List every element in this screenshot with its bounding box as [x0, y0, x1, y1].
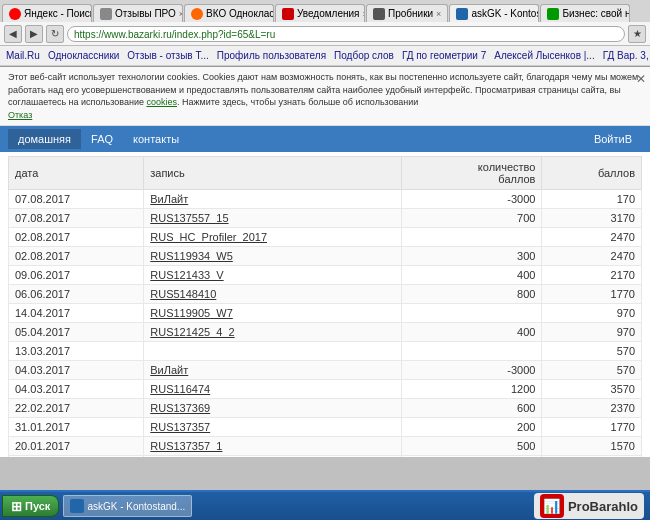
tab-close[interactable]: × — [436, 9, 441, 19]
cell-points: 1200 — [402, 380, 542, 399]
windows-icon: ⊞ — [11, 499, 22, 514]
bookmark-alex[interactable]: Алексей Лысенков |... — [492, 50, 596, 61]
probarahlo-symbol: 📊 — [543, 498, 560, 514]
cell-points: 600 — [402, 399, 542, 418]
col-points-count: количествобаллов — [402, 157, 542, 190]
cell-balance: 1570 — [542, 437, 642, 456]
cell-balance: 2170 — [542, 266, 642, 285]
cell-date: 04.03.2017 — [9, 380, 144, 399]
cell-points: 500 — [402, 437, 542, 456]
table-row: 31.01.2017 RUS137357 200 1770 — [9, 418, 642, 437]
cell-record[interactable]: RUS137357_1 — [144, 437, 402, 456]
tab-problems[interactable]: Пробники × — [366, 4, 448, 22]
cell-record[interactable]: RUS137358 — [144, 456, 402, 457]
cell-date: 20.01.2017 — [9, 437, 144, 456]
tab-reviews[interactable]: Отзывы ПРО × — [93, 4, 183, 22]
address-bar: ◀ ▶ ↻ https://www.bazarki.ru/index.php?i… — [0, 22, 650, 46]
url-input[interactable]: https://www.bazarki.ru/index.php?id=65&L… — [67, 26, 625, 42]
tab-ok[interactable]: ВКО Одноклас... × — [184, 4, 274, 22]
bookmark-reviews[interactable]: Отзыв - отзыв Т... — [125, 50, 210, 61]
cell-date: 07.08.2017 — [9, 209, 144, 228]
main-content: дата запись количествобаллов баллов 07.0… — [0, 152, 650, 457]
tab-label: Пробники — [388, 8, 433, 19]
transactions-table: дата запись количествобаллов баллов 07.0… — [8, 156, 642, 457]
bookmark-words[interactable]: Подбор слов — [332, 50, 396, 61]
nav-home[interactable]: домашняя — [8, 129, 81, 149]
tab-close[interactable]: × — [363, 9, 365, 19]
cell-record[interactable]: RUS5148410 — [144, 285, 402, 304]
cell-date: 04.03.2017 — [9, 361, 144, 380]
tab-askgk[interactable]: askGK - Kontos... × — [449, 4, 539, 22]
cell-date: 07.08.2017 — [9, 190, 144, 209]
table-row: 02.08.2017 RUS_HC_Profiler_2017 2470 — [9, 228, 642, 247]
cell-date: 22.02.2017 — [9, 399, 144, 418]
bookmark-geo[interactable]: ГД по геометрии 7 — [400, 50, 488, 61]
yandex-favicon — [9, 8, 21, 20]
cell-record[interactable]: RUS119905_W7 — [144, 304, 402, 323]
taskbar: ⊞ Пуск askGK - Kontostand... 📊 ProBarahl… — [0, 490, 650, 520]
site-content: Этот веб-сайт использует технологии cook… — [0, 67, 650, 457]
refresh-button[interactable]: ↻ — [46, 25, 64, 43]
table-row: 02.08.2017 RUS119934_W5 300 2470 — [9, 247, 642, 266]
tab-label: ВКО Одноклас... — [206, 8, 274, 19]
cell-points: 300 — [402, 247, 542, 266]
cell-points — [402, 228, 542, 247]
cell-record[interactable]: ВиЛайт — [144, 361, 402, 380]
cell-balance: 3570 — [542, 380, 642, 399]
cell-points — [402, 342, 542, 361]
bookmark-ok[interactable]: Одноклассники — [46, 50, 121, 61]
cell-record[interactable]: RUS137557_15 — [144, 209, 402, 228]
cell-record[interactable]: ВиЛайт — [144, 190, 402, 209]
tab-label: Бизнес: свой н... — [562, 8, 630, 19]
cell-record[interactable]: RUS121433_V — [144, 266, 402, 285]
back-button[interactable]: ◀ — [4, 25, 22, 43]
tab-biz[interactable]: Бизнес: свой н... × — [540, 4, 630, 22]
taskbar-items: askGK - Kontostand... — [63, 495, 534, 517]
tab-notif[interactable]: Уведомления × — [275, 4, 365, 22]
cell-balance: 970 — [542, 304, 642, 323]
cell-record[interactable]: RUS116474 — [144, 380, 402, 399]
nav-faq[interactable]: FAQ — [81, 129, 123, 149]
col-balance: баллов — [542, 157, 642, 190]
tab-label: Уведомления — [297, 8, 360, 19]
bookmark-mail[interactable]: Mail.Ru — [4, 50, 42, 61]
cell-date: 05.04.2017 — [9, 323, 144, 342]
nav-login[interactable]: ВойтиВ — [584, 129, 642, 149]
cell-record[interactable]: RUS121425_4_2 — [144, 323, 402, 342]
cell-record[interactable]: RUS_HC_Profiler_2017 — [144, 228, 402, 247]
cell-balance: 570 — [542, 361, 642, 380]
table-row: 20.01.2017 RUS137357_1 500 1570 — [9, 437, 642, 456]
star-button[interactable]: ★ — [628, 25, 646, 43]
cell-balance: 2470 — [542, 247, 642, 266]
cell-balance: 970 — [542, 323, 642, 342]
cell-record[interactable]: RUS119934_W5 — [144, 247, 402, 266]
cookie-notice: Этот веб-сайт использует технологии cook… — [0, 67, 650, 126]
start-button[interactable]: ⊞ Пуск — [2, 495, 59, 517]
cell-record[interactable]: RUS137357 — [144, 418, 402, 437]
problem-favicon — [373, 8, 385, 20]
cell-points: -3000 — [402, 190, 542, 209]
cookie-link[interactable]: cookies — [146, 97, 177, 107]
cookie-text: Этот веб-сайт использует технологии cook… — [8, 72, 638, 107]
bookmark-profile[interactable]: Профиль пользователя — [215, 50, 328, 61]
cookie-close-button[interactable]: ✕ — [636, 71, 646, 88]
cell-points: 800 — [402, 285, 542, 304]
table-row: 05.04.2017 RUS121425_4_2 400 970 — [9, 323, 642, 342]
tab-bar: Яндекс - Поиск × Отзывы ПРО × ВКО Однокл… — [0, 0, 650, 22]
taskbar-item-askgk[interactable]: askGK - Kontostand... — [63, 495, 192, 517]
probarahlo-badge[interactable]: 📊 ProBarahlo — [534, 493, 644, 519]
taskbar-item-label: askGK - Kontostand... — [87, 501, 185, 512]
tab-yandex[interactable]: Яндекс - Поиск × — [2, 4, 92, 22]
tab-close[interactable]: × — [179, 9, 183, 19]
nav-contacts[interactable]: контакты — [123, 129, 189, 149]
cell-record[interactable]: RUS137369 — [144, 399, 402, 418]
browser-chrome: Яндекс - Поиск × Отзывы ПРО × ВКО Однокл… — [0, 0, 650, 67]
forward-button[interactable]: ▶ — [25, 25, 43, 43]
cell-points: -3000 — [402, 361, 542, 380]
bookmark-ctrl[interactable]: ГД Вар. 3, Контрол... — [601, 50, 650, 61]
cell-points: 200 — [402, 418, 542, 437]
cell-date: 09.06.2017 — [9, 266, 144, 285]
cookie-decline-link[interactable]: Отказ — [8, 110, 32, 120]
table-row: 07.08.2017 ВиЛайт -3000 170 — [9, 190, 642, 209]
cell-balance: 570 — [542, 342, 642, 361]
